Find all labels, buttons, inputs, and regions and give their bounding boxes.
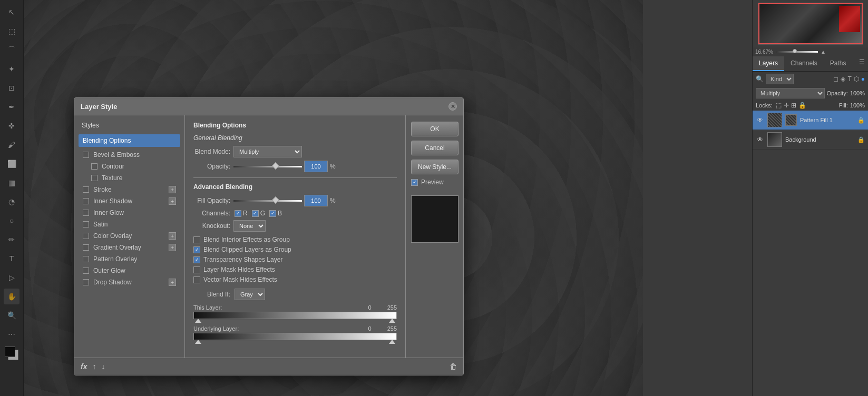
style-item-color-overlay[interactable]: Color Overlay + [79,230,180,242]
style-item-bevel-emboss[interactable]: Bevel & Emboss [79,149,180,161]
underlying-layer-gradient-track[interactable] [193,333,397,340]
fill-opacity-input[interactable]: 100 [304,195,328,206]
underlying-layer-handle-left[interactable] [195,340,201,344]
lock-all-icon[interactable]: 🔒 [798,102,806,109]
filter-type-icon[interactable]: T [847,75,851,83]
add-stroke-button[interactable]: + [169,186,176,193]
layer-visibility-background[interactable]: 👁 [756,135,764,144]
style-item-satin[interactable]: Satin [79,219,180,230]
zoom-slider-track[interactable] [776,51,818,53]
blend-mode-form-row: Blend Mode: Multiply [193,146,397,157]
channel-g[interactable]: ✓ G [252,210,265,217]
knockout-select[interactable]: None [233,220,266,232]
style-item-gradient-overlay[interactable]: Gradient Overlay + [79,242,180,253]
lock-position-icon[interactable]: ✛ [784,102,789,109]
blend-if-select[interactable]: Gray [235,289,265,300]
add-inner-shadow-button[interactable]: + [169,197,176,205]
checkbox-inner-shadow[interactable] [83,198,89,204]
dialog-blend-mode-select[interactable]: Multiply [233,146,302,157]
layer-visibility-pattern[interactable]: 👁 [756,116,764,124]
label-drop-shadow: Drop Shadow [93,279,132,286]
filter-shape-icon[interactable]: ⬡ [854,75,859,83]
opacity-form-label: Opacity: [193,163,230,170]
checkbox-texture[interactable] [91,175,97,181]
blend-interior-checkbox[interactable] [193,236,200,243]
blend-if-label: Blend If: [193,291,230,298]
add-drop-shadow-button[interactable]: + [169,279,176,286]
layer-mask-checkbox[interactable] [193,266,200,273]
checkbox-transparency-shapes[interactable]: ✓ Transparency Shapes Layer [193,256,397,263]
checkbox-stroke[interactable] [83,186,89,193]
fill-row: Fill: 100% [839,102,865,108]
transparency-shapes-checkbox[interactable]: ✓ [193,256,200,263]
checkbox-blend-interior[interactable]: Blend Interior Effects as Group [193,236,397,243]
new-style-button[interactable]: New Style... [411,160,459,174]
checkbox-inner-glow[interactable] [83,210,89,216]
add-color-overlay-button[interactable]: + [169,232,176,240]
preview-checkbox[interactable]: ✓ [411,179,418,186]
opacity-value[interactable]: 100% [850,90,865,96]
checkbox-contour[interactable] [91,163,97,170]
opacity-input[interactable]: 100 [304,161,328,172]
channel-b[interactable]: ✓ B [269,210,282,217]
tab-channels[interactable]: Channels [784,56,824,71]
fill-value[interactable]: 100% [850,102,865,108]
checkbox-drop-shadow[interactable] [83,279,89,285]
this-layer-handle-left[interactable] [195,319,201,323]
channel-g-checkbox[interactable]: ✓ [252,210,259,217]
opacity-slider[interactable] [233,166,302,167]
style-item-inner-shadow[interactable]: Inner Shadow + [79,195,180,207]
fill-opacity-slider[interactable] [233,200,302,202]
this-layer-handle-right[interactable] [389,319,395,323]
label-outer-glow: Outer Glow [93,267,125,274]
filter-adjust-icon[interactable]: ◈ [841,75,845,83]
checkbox-vector-mask[interactable]: Vector Mask Hides Effects [193,276,397,283]
this-layer-gradient-track[interactable] [193,312,397,319]
blend-mode-select[interactable]: Multiply [756,88,825,98]
blending-options-active[interactable]: Blending Options [79,134,180,147]
filter-type-select[interactable]: Kind [766,74,794,84]
fx-icon[interactable]: fx [81,362,87,371]
ok-button[interactable]: OK [411,122,459,136]
style-item-drop-shadow[interactable]: Drop Shadow + [79,276,180,288]
channel-g-label: G [260,210,265,217]
lock-pixels-icon[interactable]: ⬚ [776,102,782,109]
channel-r[interactable]: ✓ R [235,210,248,217]
checkbox-bevel-emboss[interactable] [83,152,89,158]
style-item-stroke[interactable]: Stroke + [79,184,180,195]
tab-layers[interactable]: Layers [753,56,784,71]
delete-style-icon[interactable]: 🗑 [450,362,457,371]
style-item-contour[interactable]: Contour [79,161,180,172]
underlying-layer-handle-right[interactable] [389,340,395,344]
blend-mode-label: Blend Mode: [193,148,230,155]
move-up-icon[interactable]: ↑ [92,362,96,371]
style-item-inner-glow[interactable]: Inner Glow [79,207,180,219]
checkbox-blend-clipped[interactable]: ✓ Blend Clipped Layers as Group [193,246,397,253]
cancel-button[interactable]: Cancel [411,141,459,155]
tab-paths[interactable]: Paths [824,56,853,71]
channels-label: Channels: [193,210,230,217]
channel-b-checkbox[interactable]: ✓ [269,210,276,217]
style-item-pattern-overlay[interactable]: Pattern Overlay [79,253,180,265]
lock-artboard-icon[interactable]: ⊞ [791,102,796,109]
underlying-max: 255 [387,325,397,332]
style-item-outer-glow[interactable]: Outer Glow [79,265,180,276]
channel-r-checkbox[interactable]: ✓ [235,210,241,217]
checkbox-color-overlay[interactable] [83,233,89,239]
vector-mask-checkbox[interactable] [193,276,200,283]
checkbox-satin[interactable] [83,221,89,227]
layer-item-pattern-fill[interactable]: 👁 Pattern Fill 1 🔒 [753,111,868,130]
style-item-texture[interactable]: Texture [79,172,180,184]
filter-pixel-icon[interactable]: ◻ [833,75,838,83]
move-down-icon[interactable]: ↓ [101,362,105,371]
panel-options-icon[interactable]: ☰ [856,56,868,71]
add-gradient-overlay-button[interactable]: + [169,244,176,251]
layer-item-background[interactable]: 👁 Background 🔒 [753,130,868,150]
checkbox-gradient-overlay[interactable] [83,244,89,251]
blend-clipped-checkbox[interactable]: ✓ [193,246,200,253]
checkbox-layer-mask[interactable]: Layer Mask Hides Effects [193,266,397,273]
dialog-close-button[interactable]: ✕ [448,102,457,111]
filter-toggle-icon[interactable]: ● [861,75,865,83]
checkbox-outer-glow[interactable] [83,268,89,274]
checkbox-pattern-overlay[interactable] [83,256,89,262]
